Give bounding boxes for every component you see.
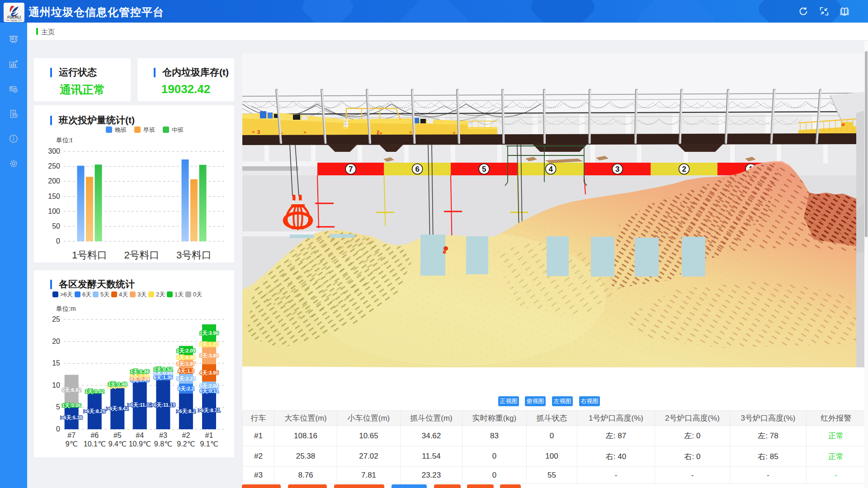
svg-text:0: 0 — [56, 425, 60, 433]
svg-text:7: 7 — [349, 165, 353, 174]
svg-text:0天: 0天 — [193, 291, 202, 298]
svg-text:5天:2.23: 5天:2.23 — [176, 376, 195, 381]
svg-text:9℃: 9℃ — [66, 440, 78, 448]
svg-text:250: 250 — [48, 162, 60, 170]
svg-text:FUERLI: FUERLI — [7, 15, 21, 19]
svg-text:#2: #2 — [182, 432, 190, 439]
svg-text:1天:3.96: 1天:3.96 — [199, 330, 218, 336]
svg-text:0天:6.92: 0天:6.92 — [62, 387, 81, 393]
svg-text:>6天:11.02: >6天:11.02 — [127, 402, 152, 408]
svg-text:4天:3.95: 4天:3.95 — [199, 370, 218, 375]
svg-text:>6天:8.2: >6天:8.2 — [176, 408, 196, 414]
svg-text:早班: 早班 — [143, 127, 155, 133]
svg-text:>6天:8.71: >6天:8.71 — [198, 408, 220, 413]
svg-text:1天:0.52: 1天:0.52 — [154, 366, 173, 372]
svg-text:20: 20 — [52, 338, 60, 345]
svg-text:10.9℃: 10.9℃ — [129, 440, 151, 448]
svg-text:1天:0.06: 1天:0.06 — [62, 403, 81, 408]
svg-text:>6天:9.42: >6天:9.42 — [106, 406, 128, 411]
svg-text:4天:1.3: 4天:1.3 — [178, 368, 194, 374]
svg-text:福尔利: 福尔利 — [11, 19, 17, 22]
svg-text:3天: 3天 — [137, 291, 146, 298]
svg-text:3天:1.97: 3天:1.97 — [176, 361, 195, 366]
svg-text:>6天: >6天 — [60, 291, 73, 298]
svg-text:2号料口: 2号料口 — [124, 249, 159, 261]
svg-text:1天:0.48: 1天:0.48 — [108, 381, 127, 387]
svg-text:1天:0.02: 1天:0.02 — [85, 389, 104, 394]
svg-text:50: 50 — [52, 222, 60, 230]
svg-text:#6: #6 — [90, 432, 99, 439]
svg-text:15: 15 — [52, 359, 60, 367]
svg-text:单位:t: 单位:t — [56, 136, 72, 144]
svg-text:2: 2 — [377, 130, 379, 135]
svg-text:2: 2 — [682, 165, 686, 174]
svg-text:5: 5 — [482, 165, 486, 174]
svg-text:3天:3.89: 3天:3.89 — [199, 353, 218, 358]
svg-text:6天: 6天 — [82, 291, 91, 298]
svg-text:#1: #1 — [205, 432, 213, 439]
svg-text:1天:2.09: 1天:2.09 — [176, 348, 195, 353]
svg-text:4天: 4天 — [119, 291, 128, 298]
svg-text:5天: 5天 — [100, 291, 109, 298]
svg-text:0: 0 — [56, 237, 60, 245]
svg-text:10.1℃: 10.1℃ — [84, 440, 106, 448]
svg-text:6天:0.11: 6天:0.11 — [200, 388, 219, 394]
svg-text:9.4℃: 9.4℃ — [108, 440, 127, 448]
svg-text:晚班: 晚班 — [115, 127, 127, 133]
svg-text:150: 150 — [48, 192, 60, 200]
svg-text:2天:0.98: 2天:0.98 — [176, 355, 195, 360]
svg-text:25: 25 — [52, 315, 60, 323]
svg-text:6天:2.2: 6天:2.2 — [178, 386, 194, 391]
svg-text:5天:2.04: 5天:2.04 — [199, 383, 219, 389]
svg-text:1天:0.46: 1天:0.46 — [130, 369, 149, 374]
svg-text:5: 5 — [56, 403, 60, 411]
svg-text:#7: #7 — [67, 432, 75, 439]
svg-text:9.2℃: 9.2℃ — [177, 440, 195, 448]
svg-text:4: 4 — [548, 165, 553, 174]
svg-text:单位:m: 单位:m — [56, 305, 76, 312]
svg-text:>6天:8.26: >6天:8.26 — [84, 408, 106, 414]
svg-text:1号料口: 1号料口 — [72, 249, 107, 261]
svg-text:9.1℃: 9.1℃ — [200, 440, 218, 448]
svg-text:6: 6 — [415, 165, 419, 174]
svg-text:100: 100 — [48, 207, 60, 215]
svg-text:>6天:11.19: >6天:11.19 — [151, 402, 175, 408]
svg-text:1天: 1天 — [175, 291, 184, 298]
svg-text:3: 3 — [257, 129, 260, 135]
svg-text:#4: #4 — [136, 432, 144, 439]
svg-text:#5: #5 — [113, 432, 122, 439]
svg-text:3号料口: 3号料口 — [176, 249, 212, 261]
svg-text:300: 300 — [48, 147, 60, 155]
svg-text:9.8℃: 9.8℃ — [154, 440, 172, 448]
svg-text:3: 3 — [615, 165, 619, 174]
svg-text:2天: 2天 — [156, 291, 165, 298]
svg-text:#3: #3 — [159, 432, 167, 439]
svg-text:中班: 中班 — [172, 127, 184, 133]
svg-text:10: 10 — [52, 381, 60, 389]
svg-text:200: 200 — [48, 177, 60, 185]
svg-text:>6天:5.38: >6天:5.38 — [61, 415, 83, 420]
svg-text:2天:1.23: 2天:1.23 — [199, 342, 218, 347]
